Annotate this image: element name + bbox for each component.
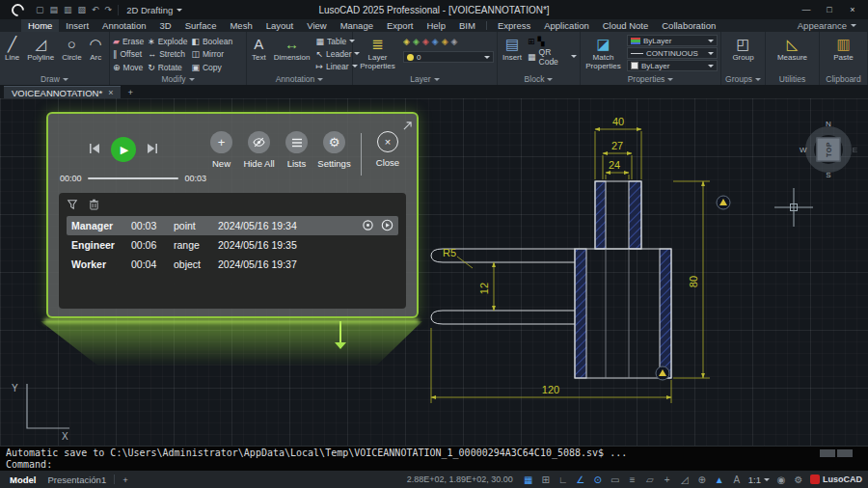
add-layout-button[interactable]: + xyxy=(122,474,128,485)
viewcube-east[interactable]: E xyxy=(853,146,857,154)
layer-tool-icon[interactable]: ◈ xyxy=(451,37,458,46)
copy-tool[interactable]: ▣Copy xyxy=(191,61,232,73)
offset-tool[interactable]: ∥Offset xyxy=(113,48,144,61)
layer-tool-icon[interactable]: ◈ xyxy=(442,37,448,46)
workspace-switcher[interactable]: 2D Drafting xyxy=(118,5,190,15)
stretch-tool[interactable]: ↔Stretch xyxy=(148,48,187,61)
3d-object-snap-icon[interactable]: ◿ xyxy=(679,474,691,485)
measure-tool[interactable]: ◺ Measure xyxy=(775,35,809,62)
properties-group-label[interactable]: Properties xyxy=(583,73,718,85)
tab-view[interactable]: View xyxy=(300,19,333,32)
skip-back-icon[interactable] xyxy=(89,141,100,158)
object-snap-icon[interactable]: ⊙ xyxy=(592,474,604,485)
lists-button[interactable]: Lists xyxy=(278,131,315,169)
new-annotation-button[interactable]: + New xyxy=(203,131,240,169)
tab-3d[interactable]: 3D xyxy=(153,19,178,32)
settings-button[interactable]: ⚙ Settings xyxy=(315,131,353,169)
close-panel-button[interactable]: × Close xyxy=(368,131,407,168)
drawing-canvas[interactable]: 40 27 24 80 120 R5 12 xyxy=(0,98,868,446)
grid-toggle-icon[interactable]: ▦ xyxy=(523,474,534,485)
restore-button[interactable]: □ xyxy=(818,2,841,17)
match-properties-tool[interactable]: ◪ Match Properties xyxy=(583,35,623,70)
close-tab-icon[interactable]: × xyxy=(108,88,113,97)
tab-mesh[interactable]: Mesh xyxy=(223,19,258,32)
boolean-tool[interactable]: ◧Boolean xyxy=(191,35,232,47)
layer-properties-tool[interactable]: ≣ Layer Properties xyxy=(356,35,399,70)
tab-application[interactable]: Application xyxy=(537,19,595,32)
close-button[interactable]: × xyxy=(841,2,864,17)
layer-tool-icon[interactable]: ◈ xyxy=(422,37,429,46)
line-tool[interactable]: ╱ Line xyxy=(3,35,21,62)
tab-annotation[interactable]: Annotation xyxy=(95,19,152,32)
tab-help[interactable]: Help xyxy=(420,19,452,32)
play-annotation-icon[interactable] xyxy=(381,219,393,233)
tab-bim[interactable]: BIM xyxy=(452,19,482,32)
block-tool-icon[interactable]: ⊞ xyxy=(528,37,535,46)
erase-tool[interactable]: ▰Erase xyxy=(113,35,144,47)
layer-tool-icon[interactable]: ◈ xyxy=(432,37,439,46)
ortho-toggle-icon[interactable]: ∟ xyxy=(557,474,569,485)
minimize-button[interactable]: — xyxy=(795,2,818,17)
annotation-row[interactable]: Manager 00:03 point 2024/05/16 19:34 xyxy=(67,216,398,235)
filter-icon[interactable] xyxy=(67,197,78,214)
transparency-icon[interactable]: ▱ xyxy=(644,474,656,485)
auto-annotation-icon[interactable]: A xyxy=(731,474,743,485)
polyline-tool[interactable]: ◿ Polyline xyxy=(25,35,56,62)
snap-toggle-icon[interactable]: ⊞ xyxy=(540,474,552,485)
command-line[interactable]: Automatic save to C:\Users\Administrator… xyxy=(0,446,868,471)
hide-all-button[interactable]: Hide All xyxy=(240,131,278,169)
viewcube-north[interactable]: N xyxy=(826,120,831,128)
arc-tool[interactable]: ◠ Arc xyxy=(88,35,104,62)
dynamic-ucs-icon[interactable]: ⊕ xyxy=(696,474,708,485)
annotation-group-label[interactable]: Annotation xyxy=(250,73,349,85)
object-snap-tracking-icon[interactable]: ▭ xyxy=(610,474,621,485)
group-tool[interactable]: ◰ Group xyxy=(730,35,755,62)
clipboard-group-label[interactable]: Clipboard xyxy=(823,73,864,85)
tab-export[interactable]: Export xyxy=(380,19,420,32)
command-prompt[interactable]: Command: xyxy=(6,459,862,471)
tab-layout[interactable]: Layout xyxy=(259,19,301,32)
tab-insert[interactable]: Insert xyxy=(59,19,95,32)
appearance-menu[interactable]: Appearance xyxy=(798,19,856,32)
block-group-label[interactable]: Block xyxy=(501,73,577,85)
linetype-select[interactable]: CONTINUOUS xyxy=(627,47,718,59)
viewcube-top-face[interactable]: TOP xyxy=(817,138,841,162)
tab-express[interactable]: Express xyxy=(491,19,537,32)
progress-slider[interactable] xyxy=(88,177,179,179)
open-file-icon[interactable]: ▤ xyxy=(50,5,59,14)
groups-group-label[interactable]: Groups xyxy=(724,73,762,85)
play-button[interactable]: ▶ xyxy=(111,137,136,162)
print-icon[interactable]: ▧ xyxy=(78,5,87,14)
save-icon[interactable]: ▥ xyxy=(64,5,72,14)
delete-icon[interactable] xyxy=(89,197,99,214)
circle-tool[interactable]: ○ Circle xyxy=(60,35,83,62)
tab-home[interactable]: Home xyxy=(21,19,59,32)
lineweight-icon[interactable]: ≡ xyxy=(627,474,638,485)
qr-code-tool[interactable]: ▦ QR Code xyxy=(528,50,577,63)
tab-surface[interactable]: Surface xyxy=(178,19,224,32)
viewcube[interactable]: TOP N W S E xyxy=(800,122,856,177)
dimension-tool[interactable]: ↔ Dimension xyxy=(272,35,312,62)
new-tab-button[interactable]: + xyxy=(121,86,140,98)
locate-annotation-icon[interactable] xyxy=(362,219,374,233)
app-logo-icon[interactable] xyxy=(9,1,26,18)
tab-manage[interactable]: Manage xyxy=(334,19,380,32)
annotation-row[interactable]: Worker 00:04 object 2024/05/16 19:37 xyxy=(67,255,398,274)
move-tool[interactable]: ⊕Move xyxy=(113,61,144,73)
tab-cloud-note[interactable]: Cloud Note xyxy=(596,19,656,32)
workspace-gear-icon[interactable]: ⚙ xyxy=(793,474,804,485)
layout-tab[interactable]: Presentación1 xyxy=(47,474,106,485)
model-tab[interactable]: Model xyxy=(6,474,40,485)
insert-block-tool[interactable]: ▤ Insert xyxy=(501,35,524,62)
layer-tool-icon[interactable]: ◈ xyxy=(413,37,420,46)
mirror-tool[interactable]: ◫Mirror xyxy=(191,48,232,61)
isolate-objects-icon[interactable]: ◉ xyxy=(775,474,787,485)
new-file-icon[interactable]: ▢ xyxy=(36,5,44,14)
redo-icon[interactable]: ↷ xyxy=(105,5,113,14)
undo-icon[interactable]: ↶ xyxy=(92,5,99,14)
layer-tool-icon[interactable]: ◈ xyxy=(403,37,410,46)
draw-group-label[interactable]: Draw xyxy=(3,73,106,85)
annotation-visibility-icon[interactable]: ▲ xyxy=(714,474,725,485)
viewcube-west[interactable]: W xyxy=(800,146,807,154)
document-tab-voiceannotation[interactable]: VOICEANNOTATION* × xyxy=(4,86,121,98)
